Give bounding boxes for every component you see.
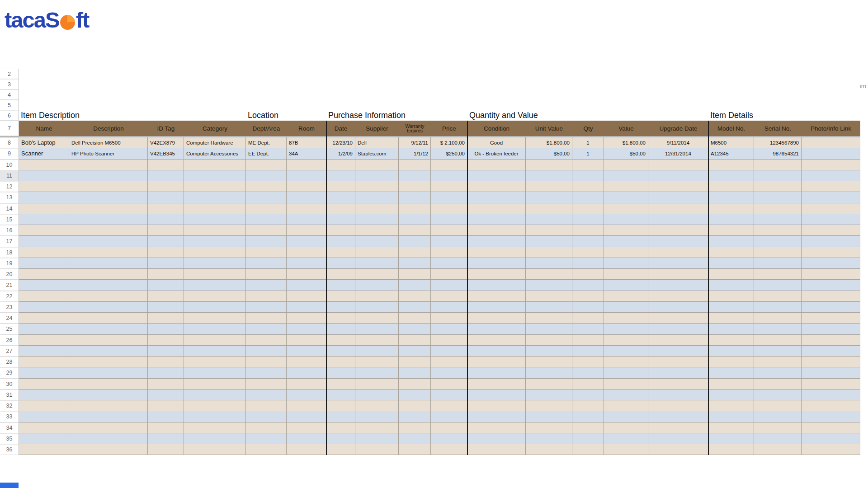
empty-cell[interactable] <box>326 214 355 225</box>
empty-cell[interactable] <box>184 367 246 378</box>
empty-cell[interactable] <box>326 400 355 411</box>
empty-cell[interactable] <box>148 324 184 334</box>
empty-cell[interactable] <box>708 203 754 214</box>
empty-cell[interactable] <box>148 160 184 170</box>
empty-cell[interactable] <box>355 444 399 455</box>
empty-cell[interactable] <box>467 433 526 444</box>
empty-cell[interactable] <box>572 214 604 225</box>
empty-cell[interactable] <box>526 444 572 455</box>
row-number[interactable]: 4 <box>0 89 19 100</box>
empty-cell[interactable] <box>708 444 754 455</box>
empty-cell[interactable] <box>148 422 184 433</box>
column-header-room[interactable]: Room <box>287 121 326 136</box>
section-header-date[interactable]: Purchase Information <box>328 110 406 121</box>
empty-cell[interactable] <box>648 313 708 324</box>
empty-cell[interactable] <box>69 192 148 203</box>
empty-cell[interactable] <box>708 324 754 334</box>
empty-cell[interactable] <box>648 160 708 170</box>
empty-cell[interactable] <box>802 160 860 170</box>
empty-cell[interactable] <box>19 247 69 258</box>
empty-cell[interactable] <box>326 324 355 334</box>
empty-cell[interactable] <box>399 225 431 236</box>
row-number[interactable]: 29 <box>0 367 19 378</box>
empty-cell[interactable] <box>604 422 648 433</box>
empty-cell[interactable] <box>246 367 287 378</box>
cell-model_no-row8[interactable]: M6500 <box>708 137 754 148</box>
empty-cell[interactable] <box>708 192 754 203</box>
row-number[interactable]: 13 <box>0 192 19 203</box>
column-header-unit_value[interactable]: Unit Value <box>526 121 572 136</box>
empty-cell[interactable] <box>287 247 326 258</box>
empty-cell[interactable] <box>399 324 431 334</box>
empty-cell[interactable] <box>326 411 355 422</box>
empty-cell[interactable] <box>19 444 69 455</box>
empty-cell[interactable] <box>572 346 604 357</box>
column-header-serial_no[interactable]: Serial No. <box>754 121 802 136</box>
cell-name-row9[interactable]: Scanner <box>19 148 69 159</box>
empty-cell[interactable] <box>184 214 246 225</box>
row-number[interactable]: 34 <box>0 422 19 433</box>
empty-cell[interactable] <box>69 302 148 313</box>
empty-cell[interactable] <box>802 280 860 291</box>
empty-cell[interactable] <box>287 389 326 400</box>
empty-cell[interactable] <box>708 247 754 258</box>
empty-cell[interactable] <box>467 247 526 258</box>
empty-cell[interactable] <box>431 258 467 269</box>
empty-cell[interactable] <box>802 400 860 411</box>
empty-cell[interactable] <box>19 411 69 422</box>
empty-cell[interactable] <box>399 258 431 269</box>
row-number[interactable]: 23 <box>0 302 19 313</box>
empty-cell[interactable] <box>19 313 69 324</box>
empty-cell[interactable] <box>19 367 69 378</box>
empty-cell[interactable] <box>19 192 69 203</box>
empty-cell[interactable] <box>326 367 355 378</box>
empty-cell[interactable] <box>604 291 648 302</box>
empty-cell[interactable] <box>246 269 287 280</box>
cell-dept_area-row9[interactable]: EE Dept. <box>246 148 287 159</box>
empty-cell[interactable] <box>184 433 246 444</box>
empty-cell[interactable] <box>148 203 184 214</box>
empty-cell[interactable] <box>526 389 572 400</box>
empty-cell[interactable] <box>572 269 604 280</box>
cell-category-row8[interactable]: Computer Hardware <box>184 137 246 148</box>
empty-cell[interactable] <box>431 389 467 400</box>
empty-cell[interactable] <box>802 313 860 324</box>
empty-cell[interactable] <box>648 433 708 444</box>
empty-cell[interactable] <box>431 433 467 444</box>
row-number[interactable]: 19 <box>0 258 19 269</box>
cell-room-row8[interactable]: 87B <box>287 137 326 148</box>
empty-cell[interactable] <box>69 214 148 225</box>
column-header-upgrade_date[interactable]: Upgrade Date <box>648 121 708 136</box>
empty-cell[interactable] <box>399 302 431 313</box>
empty-cell[interactable] <box>287 324 326 334</box>
empty-cell[interactable] <box>246 203 287 214</box>
empty-cell[interactable] <box>526 280 572 291</box>
cell-room-row9[interactable]: 34A <box>287 148 326 159</box>
empty-cell[interactable] <box>431 214 467 225</box>
empty-cell[interactable] <box>604 192 648 203</box>
empty-cell[interactable] <box>19 389 69 400</box>
cell-warranty-row8[interactable]: 9/12/11 <box>399 137 431 148</box>
empty-cell[interactable] <box>572 181 604 192</box>
empty-cell[interactable] <box>19 324 69 334</box>
empty-cell[interactable] <box>326 170 355 181</box>
row-number[interactable]: 28 <box>0 357 19 367</box>
empty-cell[interactable] <box>287 346 326 357</box>
empty-cell[interactable] <box>287 433 326 444</box>
empty-cell[interactable] <box>467 280 526 291</box>
empty-cell[interactable] <box>246 357 287 367</box>
empty-cell[interactable] <box>287 313 326 324</box>
empty-cell[interactable] <box>604 269 648 280</box>
empty-cell[interactable] <box>467 324 526 334</box>
cell-description-row9[interactable]: HP Photo Scanner <box>69 148 148 159</box>
empty-cell[interactable] <box>604 346 648 357</box>
empty-cell[interactable] <box>246 411 287 422</box>
empty-cell[interactable] <box>802 170 860 181</box>
empty-cell[interactable] <box>572 357 604 367</box>
empty-cell[interactable] <box>246 335 287 346</box>
empty-cell[interactable] <box>526 214 572 225</box>
empty-cell[interactable] <box>708 346 754 357</box>
empty-cell[interactable] <box>184 335 246 346</box>
empty-cell[interactable] <box>355 214 399 225</box>
empty-cell[interactable] <box>572 389 604 400</box>
